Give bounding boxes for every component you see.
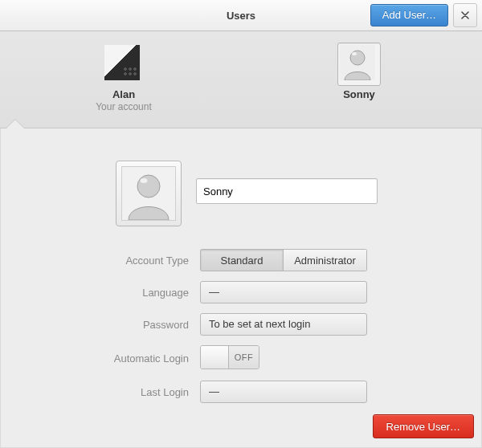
automatic-login-switch[interactable]: OFF (200, 345, 259, 369)
footer: Remove User… (373, 414, 474, 438)
label-last-login: Last Login (64, 386, 200, 398)
person-avatar-icon (121, 166, 176, 221)
avatar-picker-button[interactable] (116, 161, 182, 226)
calculator-avatar-icon (104, 45, 140, 80)
close-icon (461, 10, 469, 22)
full-name-input[interactable] (196, 178, 378, 204)
account-subtitle: Your account (90, 101, 157, 112)
close-button[interactable] (453, 3, 477, 27)
svg-point-2 (352, 52, 357, 55)
account-name: Sonny (325, 88, 393, 100)
last-login-button[interactable]: — (200, 381, 367, 403)
users-settings-window: Users Add User… Alan Your account (0, 0, 482, 448)
user-detail-pane: Account Type Standard Administrator Lang… (0, 128, 482, 448)
svg-point-4 (137, 175, 160, 198)
label-password: Password (64, 319, 200, 331)
account-item-sonny[interactable]: Sonny (325, 43, 393, 100)
label-language: Language (64, 287, 200, 299)
password-button[interactable]: To be set at next login (200, 313, 367, 336)
accounts-strip: Alan Your account Sonny (0, 31, 482, 128)
person-avatar-icon (340, 45, 375, 80)
account-item-alan[interactable]: Alan Your account (90, 43, 157, 112)
headerbar: Users Add User… (0, 0, 482, 31)
account-name: Alan (90, 88, 157, 100)
svg-point-5 (141, 178, 148, 183)
account-type-standard[interactable]: Standard (200, 249, 284, 271)
language-selector[interactable]: — (200, 281, 367, 303)
tab-pointer-notch (6, 120, 24, 128)
account-type-segmented: Standard Administrator (200, 249, 367, 271)
label-account-type: Account Type (64, 255, 200, 267)
remove-user-button[interactable]: Remove User… (373, 414, 474, 438)
label-automatic-login: Automatic Login (64, 352, 200, 365)
account-type-administrator[interactable]: Administrator (284, 249, 367, 271)
switch-knob (201, 346, 229, 369)
switch-off-label: OFF (229, 346, 259, 369)
add-user-button[interactable]: Add User… (370, 4, 448, 26)
svg-point-1 (350, 51, 365, 65)
